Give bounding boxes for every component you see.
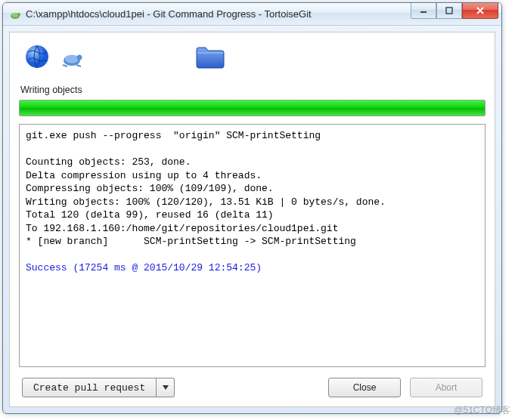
close-window-button[interactable] (462, 3, 498, 19)
console-line: * [new branch] SCM-printSetting -> SCM-p… (26, 236, 356, 247)
close-button[interactable]: Close (328, 378, 401, 397)
progress-bar (19, 100, 486, 116)
minimize-button[interactable] (411, 3, 436, 19)
console-line: Delta compression using up to 4 threads. (26, 170, 262, 181)
folder-icon (194, 43, 226, 73)
window-title: C:\xampp\htdocs\cloud1pei - Git Command … (26, 8, 312, 20)
create-pull-request-button[interactable]: Create pull request (22, 378, 157, 397)
console-command: git.exe push --progress "origin" SCM-pri… (26, 130, 321, 141)
watermark: @51CTO博客 (454, 404, 510, 417)
app-icon (9, 8, 21, 20)
abort-button: Abort (410, 378, 482, 397)
output-console[interactable]: git.exe push --progress "origin" SCM-pri… (19, 124, 486, 367)
svg-point-2 (17, 13, 20, 16)
pull-request-dropdown-button[interactable] (157, 378, 175, 397)
svg-point-7 (65, 55, 79, 63)
svg-point-8 (77, 55, 82, 60)
console-line: Compressing objects: 100% (109/109), don… (26, 183, 274, 194)
titlebar[interactable]: C:\xampp\htdocs\cloud1pei - Git Command … (3, 3, 501, 26)
svg-rect-4 (446, 8, 452, 14)
button-row: Create pull request Close Abort (19, 367, 486, 399)
status-label: Writing objects (19, 83, 486, 100)
svg-line-9 (63, 65, 67, 66)
svg-line-10 (76, 65, 81, 66)
svg-rect-3 (420, 11, 427, 13)
console-line: To 192.168.1.160:/home/git/repositories/… (26, 223, 338, 234)
maximize-button[interactable] (436, 3, 462, 19)
console-line: Total 120 (delta 99), reused 16 (delta 1… (26, 209, 274, 221)
animation-row (19, 40, 486, 83)
window-controls (411, 3, 498, 19)
client-area: Writing objects git.exe push --progress … (9, 32, 495, 407)
svg-point-5 (26, 45, 48, 68)
pull-request-split-button: Create pull request (22, 378, 175, 397)
console-line: Writing objects: 100% (120/120), 13.51 K… (26, 196, 386, 208)
console-line: Counting objects: 253, done. (26, 156, 191, 168)
tortoise-anim-icon (60, 44, 85, 72)
globe-icon (23, 43, 51, 73)
console-success: Success (17254 ms @ 2015/10/29 12:54:25) (26, 262, 262, 273)
dialog-window: C:\xampp\htdocs\cloud1pei - Git Command … (2, 2, 502, 414)
